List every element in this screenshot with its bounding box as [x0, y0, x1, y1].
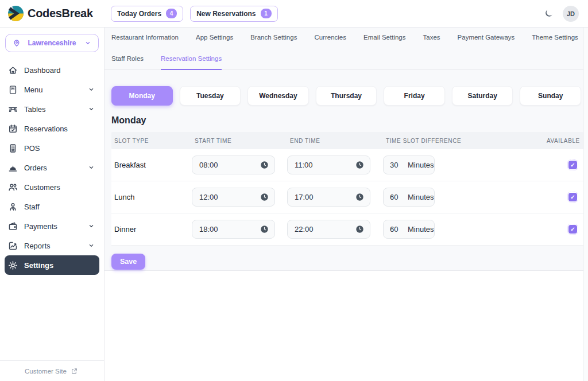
sidebar-item-menu[interactable]: Menu [5, 80, 99, 99]
chart-icon [8, 241, 18, 251]
user-avatar[interactable]: JD [563, 6, 579, 22]
sidebar-item-reservations[interactable]: Reservations [5, 119, 99, 138]
chevron-down-icon [86, 106, 96, 112]
tab-email-settings[interactable]: Email Settings [363, 34, 406, 41]
day-tab-friday[interactable]: Friday [384, 86, 445, 106]
settings-panel: Restaurant Information App Settings Bran… [105, 28, 588, 271]
sidebar-item-settings[interactable]: Settings [5, 255, 99, 275]
slot-type-label: Lunch [111, 193, 192, 201]
table-row-breakfast: Breakfast [111, 149, 583, 181]
page-title: Monday [111, 115, 581, 126]
sidebar: Lawrenceshire Dashboard Menu [0, 28, 105, 381]
tab-app-settings[interactable]: App Settings [196, 34, 233, 41]
sidebar-item-reports[interactable]: Reports [5, 236, 99, 255]
scrollbar-track[interactable] [583, 28, 588, 381]
tab-staff-roles[interactable]: Staff Roles [111, 55, 144, 69]
clock-icon[interactable] [355, 225, 365, 234]
tab-reservation-settings[interactable]: Reservation Settings [161, 55, 222, 70]
tab-theme-settings[interactable]: Theme Settings [532, 34, 578, 41]
save-button[interactable]: Save [111, 254, 145, 270]
tab-restaurant-information[interactable]: Restaurant Information [111, 34, 179, 41]
chevron-down-icon [86, 242, 96, 249]
people-icon [8, 182, 18, 192]
start-time-input[interactable] [194, 161, 260, 169]
time-slot-difference-wrapper: Minutes [383, 188, 435, 207]
time-slot-difference-input[interactable] [390, 161, 403, 169]
top-header: CodesBreak Today Orders 4 New Reservatio… [0, 0, 588, 28]
sidebar-nav: Dashboard Menu Tables [0, 60, 104, 275]
end-time-input[interactable] [289, 193, 355, 201]
day-tab-sunday[interactable]: Sunday [520, 86, 581, 106]
sidebar-item-staff[interactable]: Staff [5, 197, 99, 216]
table-icon [8, 104, 18, 114]
day-tab-saturday[interactable]: Saturday [452, 86, 513, 106]
end-time-input[interactable] [289, 161, 355, 169]
col-header-slot-type: SLOT TYPE [111, 138, 192, 144]
day-tab-tuesday[interactable]: Tuesday [180, 86, 241, 106]
menu-board-icon [8, 85, 18, 95]
sidebar-item-customers[interactable]: Customers [5, 177, 99, 197]
sidebar-item-label: Payments [24, 222, 57, 231]
sidebar-item-label: Reservations [24, 125, 68, 133]
clock-icon[interactable] [260, 193, 269, 201]
home-icon [8, 65, 18, 75]
time-slot-difference-input[interactable] [390, 225, 403, 234]
start-time-input-wrapper [192, 188, 275, 207]
table-row-dinner: Dinner [111, 213, 583, 246]
customer-site-link[interactable]: Customer Site [0, 360, 104, 381]
chevron-down-icon [83, 40, 92, 46]
clock-icon[interactable] [355, 161, 365, 169]
sidebar-item-label: Customers [24, 183, 60, 192]
wallet-icon [8, 221, 18, 231]
logo-pie-icon [7, 5, 24, 22]
start-time-input[interactable] [194, 225, 260, 234]
sidebar-item-dashboard[interactable]: Dashboard [5, 60, 99, 80]
minutes-label: Minutes [408, 225, 434, 234]
clock-icon[interactable] [260, 225, 269, 234]
branch-selector[interactable]: Lawrenceshire [5, 34, 99, 52]
sidebar-item-pos[interactable]: POS [5, 138, 99, 158]
moon-icon[interactable] [544, 9, 554, 18]
tab-currencies[interactable]: Currencies [314, 34, 346, 41]
start-time-input-wrapper [192, 220, 275, 239]
time-slot-table: SLOT TYPE START TIME END TIME TIME SLOT … [111, 132, 583, 246]
sidebar-item-label: Dashboard [24, 66, 61, 75]
chevron-down-icon [86, 223, 96, 230]
end-time-input[interactable] [289, 225, 355, 234]
available-checkbox[interactable] [568, 193, 577, 201]
day-tab-wednesday[interactable]: Wednesday [247, 86, 309, 106]
brand-name: CodesBreak [28, 7, 93, 20]
chevron-down-icon [86, 164, 96, 171]
tab-taxes[interactable]: Taxes [423, 34, 440, 41]
sidebar-item-tables[interactable]: Tables [5, 99, 99, 119]
sidebar-item-label: Settings [24, 261, 53, 270]
sidebar-item-label: Menu [24, 85, 43, 94]
start-time-input-wrapper [192, 155, 275, 174]
branch-name: Lawrenceshire [21, 39, 83, 47]
person-icon [8, 202, 18, 212]
table-header-row: SLOT TYPE START TIME END TIME TIME SLOT … [111, 132, 583, 149]
start-time-input[interactable] [194, 193, 260, 201]
available-checkbox[interactable] [568, 225, 577, 234]
tab-branch-settings[interactable]: Branch Settings [250, 34, 297, 41]
day-tab-monday[interactable]: Monday [111, 86, 173, 106]
clock-icon[interactable] [355, 193, 365, 201]
end-time-input-wrapper [287, 220, 370, 239]
sidebar-item-label: Tables [24, 105, 46, 114]
sidebar-item-orders[interactable]: Orders [5, 158, 99, 177]
today-orders-button[interactable]: Today Orders 4 [111, 6, 183, 22]
pos-terminal-icon [8, 143, 18, 153]
settings-tabs-row1: Restaurant Information App Settings Bran… [105, 28, 588, 46]
sidebar-item-payments[interactable]: Payments [5, 216, 99, 236]
new-reservations-button[interactable]: New Reservations 1 [190, 6, 277, 22]
day-tab-thursday[interactable]: Thursday [316, 86, 377, 106]
cloche-icon [8, 163, 18, 173]
available-checkbox[interactable] [568, 161, 577, 169]
today-orders-badge: 4 [166, 9, 177, 18]
clock-icon[interactable] [260, 161, 269, 169]
time-slot-difference-input[interactable] [390, 193, 403, 201]
end-time-input-wrapper [287, 188, 370, 207]
sidebar-item-label: Reports [24, 242, 51, 250]
tab-payment-gateways[interactable]: Payment Gateways [458, 34, 515, 41]
minutes-label: Minutes [408, 161, 434, 169]
